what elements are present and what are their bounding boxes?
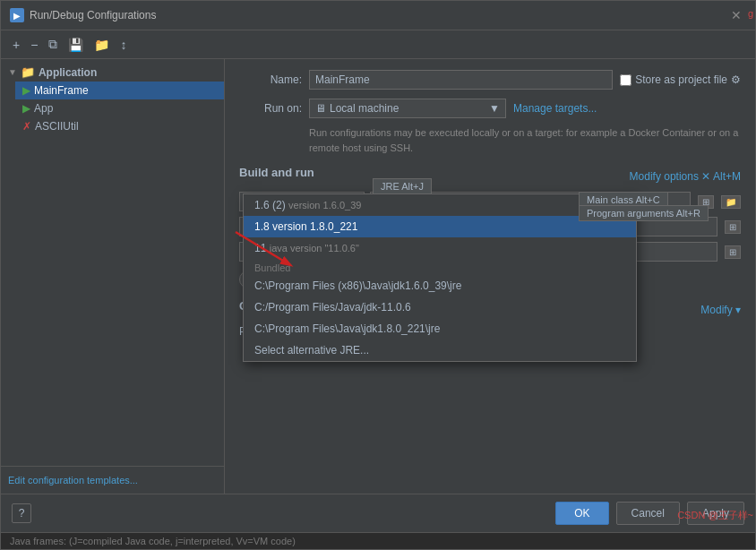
- name-input[interactable]: [309, 70, 613, 90]
- tree-item-app[interactable]: ▶ App: [15, 99, 224, 117]
- expand-vm-button[interactable]: ⊞: [725, 245, 741, 259]
- modify-options-x: ✕: [701, 170, 713, 183]
- local-machine-icon: 🖥: [315, 102, 326, 115]
- expand-args-button[interactable]: ⊞: [725, 220, 741, 234]
- dropdown-label-16: 1.6 (2): [254, 199, 286, 211]
- edit-templates-link[interactable]: Edit configuration templates...: [8, 475, 138, 486]
- folder-icon: 📁: [21, 65, 35, 79]
- run-debug-dialog: ▶ Run/Debug Configurations ✕ + − ⧉ 💾 📁 ↕…: [0, 0, 756, 550]
- status-bar: Java frames: (J=compiled Java code, j=in…: [1, 532, 755, 549]
- tree-area: ▼ 📁 Application ▶ MainFrame ▶ App ✗ AS: [1, 59, 224, 466]
- dropdown-detail-11: java version "11.0.6": [270, 243, 359, 254]
- build-run-header: Build and run Modify options ✕ Alt+M: [239, 166, 741, 186]
- watermark-bottom: CSDN @王子样~: [677, 509, 753, 522]
- help-text: Run configurations may be executed local…: [309, 125, 741, 155]
- dropdown-path2: C:/Program Files/Java/jdk-11.0.6: [254, 301, 411, 314]
- modify-options-text: Modify options: [630, 170, 699, 183]
- run-on-value: Local machine: [330, 102, 399, 115]
- error-run-icon: ✗: [22, 120, 31, 133]
- tree-item-label-2: App: [34, 102, 53, 115]
- tree-item-label: MainFrame: [34, 84, 89, 97]
- ok-button[interactable]: OK: [555, 502, 608, 525]
- store-label: Store as project file ⚙: [620, 73, 741, 86]
- dropdown-item-16[interactable]: 1.6 (2) version 1.6.0_39: [244, 194, 636, 216]
- dropdown-item-11[interactable]: 11 java version "11.0.6": [244, 237, 636, 259]
- modify-options-link[interactable]: Modify options ✕ Alt+M: [630, 170, 741, 183]
- app-run-icon: ▶: [22, 84, 30, 97]
- run-on-select[interactable]: 🖥 Local machine ▼: [309, 99, 506, 118]
- jre-dropdown-popup: 1.6 (2) version 1.6.0_39 1.8 version 1.8…: [243, 193, 637, 362]
- store-gear-icon: ⚙: [731, 73, 741, 86]
- dialog-icon: ▶: [10, 8, 24, 22]
- modify-shortcut: Alt+M: [713, 170, 741, 183]
- help-text-content: Run configurations may be executed local…: [309, 127, 738, 153]
- watermark-top: g: [748, 8, 753, 19]
- folder-button[interactable]: 📁: [90, 35, 114, 55]
- help-button[interactable]: ?: [12, 503, 31, 523]
- tree-item-mainframe[interactable]: ▶ MainFrame: [15, 82, 224, 99]
- jre-tooltip: JRE Alt+J: [373, 178, 432, 194]
- dropdown-label-18: 1.8 version 1.8.0_221: [254, 220, 357, 233]
- title-bar-left: ▶ Run/Debug Configurations: [10, 8, 156, 22]
- remove-button[interactable]: −: [26, 35, 42, 55]
- tree-application[interactable]: ▼ 📁 Application: [1, 63, 224, 82]
- tree-item-label-3: ASCIIUtil: [35, 120, 79, 133]
- prog-args-tooltip-text: Program arguments Alt+R: [587, 208, 700, 219]
- chevron-down-icon: ▼: [8, 67, 17, 77]
- copy-button[interactable]: ⧉: [44, 34, 62, 55]
- left-footer: Edit configuration templates...: [1, 466, 224, 494]
- name-label: Name:: [239, 73, 302, 86]
- title-bar: ▶ Run/Debug Configurations ✕: [1, 1, 755, 30]
- close-button[interactable]: ✕: [726, 6, 746, 24]
- coverage-modify-link[interactable]: Modify ▾: [700, 304, 741, 316]
- bottom-bar: ? OK Cancel Apply: [1, 494, 755, 532]
- tree-item-asciiutil[interactable]: ✗ ASCIIUtil: [15, 117, 224, 135]
- status-text: Java frames: (J=compiled Java code, j=in…: [10, 536, 296, 546]
- dropdown-bundled-header: Bundled: [244, 259, 636, 275]
- application-label: Application: [39, 66, 97, 79]
- name-row: Name: Store as project file ⚙: [239, 70, 741, 90]
- left-panel: ▼ 📁 Application ▶ MainFrame ▶ App ✗ AS: [1, 59, 225, 494]
- browse-class-button[interactable]: 📁: [721, 195, 741, 209]
- dropdown-item-18[interactable]: 1.8 version 1.8.0_221: [244, 216, 636, 237]
- store-checkbox[interactable]: [620, 74, 631, 86]
- sort-button[interactable]: ↕: [116, 35, 131, 55]
- dropdown-path1: C:\Program Files (x86)\Java\jdk1.6.0_39\…: [254, 279, 461, 292]
- dropdown-item-select-jre[interactable]: Select alternative JRE...: [244, 339, 636, 361]
- run-on-label: Run on:: [239, 102, 302, 115]
- dropdown-detail-16: version 1.6.0_39: [288, 200, 361, 211]
- jre-shortcut-text: JRE Alt+J: [381, 181, 424, 192]
- bundled-label: Bundled: [254, 262, 290, 273]
- prog-args-tooltip: Program arguments Alt+R: [579, 205, 709, 221]
- chevron-down-icon-run: ▼: [489, 102, 500, 115]
- cancel-button[interactable]: Cancel: [616, 502, 680, 525]
- toolbar: + − ⧉ 💾 📁 ↕: [1, 30, 755, 59]
- dropdown-path3: C:\Program Files\Java\jdk1.8.0_221\jre: [254, 322, 440, 335]
- save-button[interactable]: 💾: [64, 35, 88, 55]
- dropdown-label-11: 11: [254, 242, 266, 254]
- dropdown-item-path1[interactable]: C:\Program Files (x86)\Java\jdk1.6.0_39\…: [244, 275, 636, 296]
- dropdown-item-path2[interactable]: C:/Program Files/Java/jdk-11.0.6: [244, 296, 636, 318]
- dialog-title: Run/Debug Configurations: [30, 9, 156, 21]
- coverage-modify-text: Modify: [700, 304, 732, 316]
- manage-targets-link[interactable]: Manage targets...: [513, 102, 597, 115]
- coverage-modify-arrow: ▾: [735, 304, 741, 316]
- store-text: Store as project file: [635, 73, 727, 86]
- add-button[interactable]: +: [8, 35, 24, 55]
- main-class-tooltip-text: Main class Alt+C: [587, 194, 660, 205]
- dropdown-item-path3[interactable]: C:\Program Files\Java\jdk1.8.0_221\jre: [244, 318, 636, 339]
- app-run-icon-2: ▶: [22, 102, 30, 115]
- dropdown-select-jre: Select alternative JRE...: [254, 344, 369, 357]
- run-on-row: Run on: 🖥 Local machine ▼ Manage targets…: [239, 99, 741, 118]
- build-run-title: Build and run: [239, 166, 314, 179]
